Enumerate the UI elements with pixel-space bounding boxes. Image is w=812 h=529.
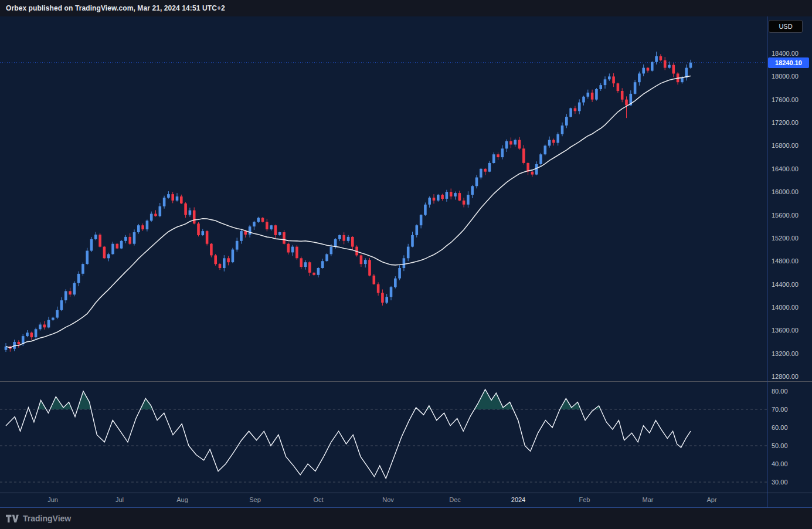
chart-area: JunJulAugSepOctNovDec2024FebMarApr USD 1…	[0, 16, 812, 508]
time-axis-label: Jul	[115, 496, 124, 503]
candlestick-chart[interactable]	[0, 16, 767, 381]
rsi-pane[interactable]	[0, 382, 767, 493]
price-tick-label: 16400.00	[772, 165, 799, 172]
rsi-chart[interactable]	[0, 382, 767, 493]
rsi-tick-label: 80.00	[772, 388, 788, 395]
price-pane[interactable]	[0, 16, 767, 381]
price-tick-label: 17200.00	[772, 119, 799, 126]
time-axis-label: Nov	[382, 496, 394, 503]
tradingview-chart-screen: Orbex published on TradingView.com, Mar …	[0, 0, 812, 529]
price-tick-label: 13200.00	[772, 350, 799, 357]
time-axis-label: Mar	[643, 496, 654, 503]
time-axis[interactable]: JunJulAugSepOctNovDec2024FebMarApr	[0, 493, 767, 507]
price-tick-label: 18000.00	[772, 73, 799, 80]
currency-button[interactable]: USD	[769, 20, 803, 33]
price-axis[interactable]: USD 18240.10 18400.0018000.0017600.00172…	[767, 16, 812, 508]
time-axis-label: Feb	[579, 496, 590, 503]
footer-bar: TradingView	[0, 508, 812, 529]
tradingview-logo-icon[interactable]	[6, 514, 19, 524]
price-tick-label: 12800.00	[772, 373, 799, 380]
time-axis-label: Jun	[47, 496, 58, 503]
attribution-bar: Orbex published on TradingView.com, Mar …	[0, 0, 812, 16]
time-axis-label: Aug	[176, 496, 188, 503]
time-axis-label: 2024	[511, 496, 525, 503]
time-axis-label: Oct	[313, 496, 323, 503]
rsi-tick-label: 60.00	[772, 424, 788, 431]
attribution-text: Orbex published on TradingView.com, Mar …	[6, 4, 225, 12]
rsi-tick-label: 50.00	[772, 442, 788, 449]
time-axis-label: Apr	[706, 496, 716, 503]
tradingview-brand[interactable]: TradingView	[23, 514, 71, 523]
price-tick-label: 14400.00	[772, 281, 799, 288]
rsi-tick-label: 40.00	[772, 460, 788, 467]
price-tick-label: 13600.00	[772, 327, 799, 334]
price-tick-label: 15200.00	[772, 235, 799, 242]
time-axis-label: Dec	[449, 496, 461, 503]
time-axis-label: Sep	[249, 496, 261, 503]
rsi-tick-label: 30.00	[772, 479, 788, 486]
price-tick-label: 14800.00	[772, 257, 799, 264]
price-tick-label: 16000.00	[772, 188, 799, 195]
rsi-tick-label: 70.00	[772, 406, 788, 413]
price-tick-label: 17600.00	[772, 96, 799, 103]
price-tick-label: 14000.00	[772, 304, 799, 311]
price-tick-label: 15600.00	[772, 212, 799, 219]
price-tick-label: 18400.00	[772, 50, 799, 57]
last-price-label: 18240.10	[768, 57, 809, 68]
price-tick-label: 16800.00	[772, 142, 799, 149]
